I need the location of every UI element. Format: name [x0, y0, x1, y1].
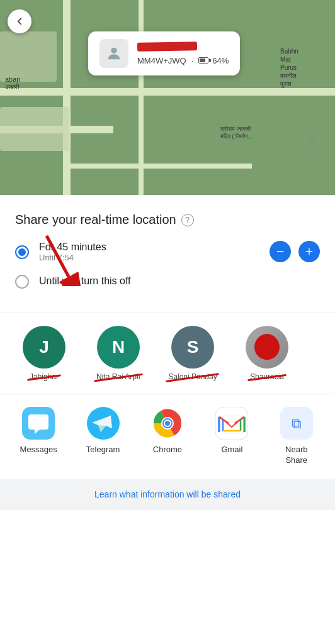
location-info: MM4W+JWQ · 64%	[137, 42, 229, 65]
contact-avatar-s: S	[171, 326, 214, 369]
share-title-text: Share your real-time location	[15, 213, 176, 227]
app-item-gmail[interactable]: Gmail	[203, 407, 260, 454]
increase-duration-button[interactable]	[298, 241, 320, 262]
app-label-nearby: NearbShare	[285, 445, 307, 466]
contact-item-n[interactable]: N Nita Rai Arpit	[84, 326, 152, 381]
map-label-babhn: BabhnMatPurusबभनौलपुरुश	[280, 47, 298, 88]
telegram-icon	[87, 407, 120, 440]
map-section: abariअबारी BabhnMatPurusबभनौलपुरुश श्रीर…	[0, 0, 335, 195]
footer-link[interactable]: Learn what information will be shared	[94, 489, 241, 499]
radio-unselected[interactable]	[15, 275, 29, 289]
radio-forever-label: Until you turn this off	[39, 275, 320, 287]
map-label-abari: abariअबारी	[5, 75, 20, 91]
app-item-nearby[interactable]: ⧉ NearbShare	[268, 407, 325, 466]
map-om-symbol: ॐ	[309, 137, 316, 148]
map-block	[0, 107, 69, 151]
footer-bar: Learn what information will be shared	[0, 479, 335, 510]
contact-item-j[interactable]: J Jahighar	[10, 326, 78, 381]
share-title: Share your real-time location ?	[15, 213, 320, 227]
app-label-messages: Messages	[20, 445, 57, 454]
contact-name-photo: Shauracia	[250, 372, 284, 381]
app-label-gmail: Gmail	[221, 445, 242, 454]
nearby-share-icon: ⧉	[280, 407, 313, 440]
location-meta: MM4W+JWQ · 64%	[137, 56, 229, 65]
app-label-telegram: Telegram	[86, 445, 120, 454]
duration-controls	[270, 241, 320, 262]
contact-item-photo[interactable]: Shauracia	[233, 326, 301, 381]
gmail-icon	[215, 407, 248, 440]
apps-row: Messages Telegram	[6, 407, 329, 466]
dot-separator: ·	[191, 56, 194, 65]
contact-name-j: Jahighar	[30, 372, 59, 381]
app-label-chrome: Chrome	[153, 445, 182, 454]
map-road	[0, 88, 335, 96]
radio-selected[interactable]	[15, 245, 29, 259]
messages-icon	[22, 407, 55, 440]
location-code: MM4W+JWQ	[137, 56, 186, 65]
map-label-temple: श्रीराम जानकीमंदिर ( निर्माण...	[220, 126, 253, 140]
contact-avatar-n: N	[97, 326, 140, 369]
back-button[interactable]	[8, 9, 31, 33]
battery-percent: 64%	[212, 56, 229, 65]
contact-name-n: Nita Rai Arpit	[96, 372, 140, 381]
radio-option-timed[interactable]: For 45 minutes Until 7:54	[15, 241, 320, 262]
radio-timed-label: For 45 minutes Until 7:54	[39, 242, 259, 262]
svg-rect-3	[309, 248, 309, 255]
map-road	[63, 164, 252, 169]
radio-sub-timed: Until 7:54	[39, 253, 259, 262]
contact-avatar-photo	[246, 326, 288, 369]
decrease-duration-button[interactable]	[270, 241, 291, 262]
contact-item-s[interactable]: S Saloni Panday	[159, 326, 227, 381]
svg-text:⧉: ⧉	[292, 416, 302, 431]
contacts-section: J Jahighar N Nita Rai Arpit S Saloni Pan…	[0, 313, 335, 394]
battery-icon	[198, 57, 208, 64]
redacted-name	[137, 42, 197, 52]
app-item-telegram[interactable]: Telegram	[75, 407, 132, 454]
radio-main-forever: Until you turn this off	[39, 275, 320, 287]
contact-avatar-j: J	[23, 326, 65, 369]
location-card: MM4W+JWQ · 64%	[88, 31, 240, 75]
svg-point-0	[111, 48, 116, 53]
chrome-icon	[151, 407, 184, 440]
svg-rect-1	[277, 251, 284, 252]
share-section: Share your real-time location ? For 45 m…	[0, 195, 335, 313]
app-item-chrome[interactable]: Chrome	[139, 407, 196, 454]
contact-name-s: Saloni Panday	[168, 372, 217, 381]
app-item-messages[interactable]: Messages	[10, 407, 67, 454]
contacts-row: J Jahighar N Nita Rai Arpit S Saloni Pan…	[10, 326, 325, 381]
location-avatar	[99, 39, 128, 68]
radio-main-timed: For 45 minutes	[39, 242, 259, 253]
svg-point-13	[165, 421, 170, 426]
help-icon[interactable]: ?	[181, 214, 194, 226]
bottom-sheet: Share your real-time location ? For 45 m…	[0, 195, 335, 510]
radio-option-forever[interactable]: Until you turn this off	[15, 274, 320, 289]
apps-section: Messages Telegram	[0, 394, 335, 479]
map-block	[0, 31, 57, 82]
